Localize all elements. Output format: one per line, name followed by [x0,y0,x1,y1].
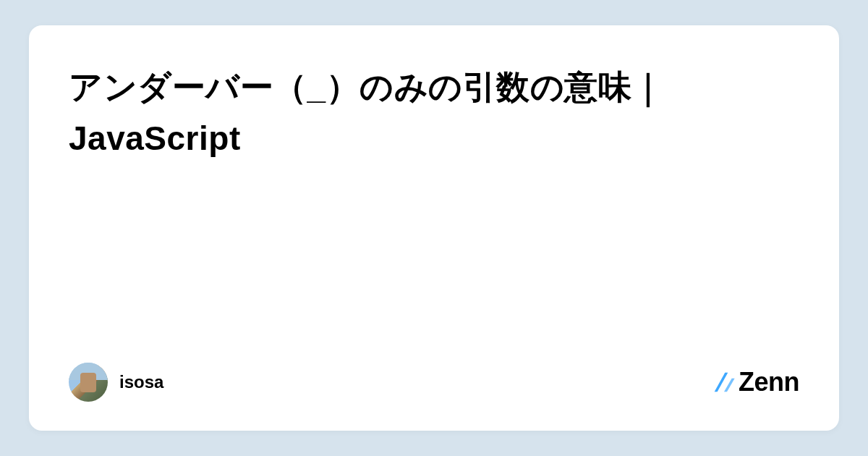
author-avatar [69,363,108,402]
card-footer: isosa Zenn [69,363,799,402]
author-block: isosa [69,363,163,402]
article-title: アンダーバー（_）のみの引数の意味｜ JavaScript [69,62,799,165]
zenn-icon [712,371,736,394]
brand-logo: Zenn [712,367,799,397]
brand-name: Zenn [739,367,799,397]
author-name: isosa [119,372,163,392]
social-card: アンダーバー（_）のみの引数の意味｜ JavaScript isosa Zenn [29,25,839,431]
